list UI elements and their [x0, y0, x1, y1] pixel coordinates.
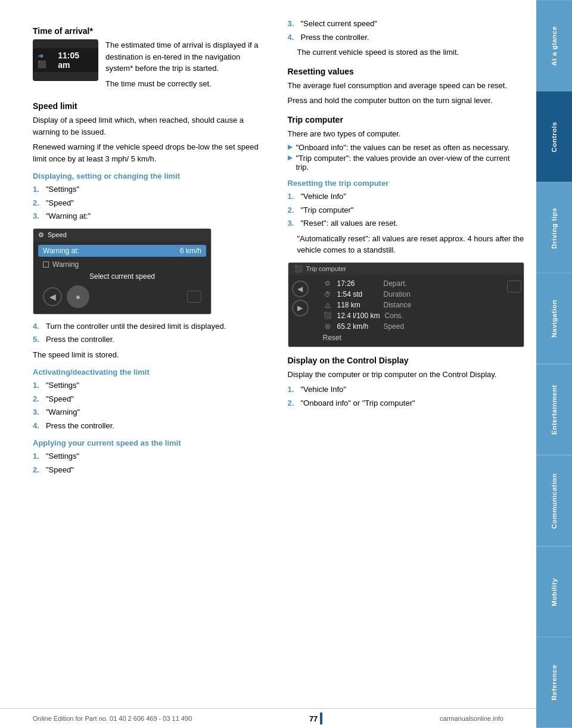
step-num: 1.	[33, 183, 42, 195]
time-arrival-desc2: The time must be correctly set.	[105, 78, 270, 90]
footer-logo: carmanualsonline.info	[440, 715, 503, 722]
trip-body-inner: ◀ ▶ ⊙ 17:26 Depart. ⏱	[288, 278, 524, 344]
trip-header-icon: ⬛	[294, 265, 303, 273]
step-num: 5.	[33, 334, 42, 346]
step-text: Press the controller.	[46, 420, 114, 432]
step-text: "Onboard info" or "Trip computer"	[301, 397, 415, 409]
right-step-3: 3. "Select current speed"	[288, 18, 525, 30]
trip-item-1: "Onboard info": the values can be reset …	[296, 143, 510, 152]
driving-tips-label: Driving tips	[551, 207, 558, 248]
at-a-glance-label: At a glance	[551, 26, 558, 66]
sidebar-tab-controls[interactable]: Controls	[536, 91, 572, 182]
steps-list-4: 1. "Settings" 2. "Speed"	[33, 450, 270, 475]
trip-screenshot: ⬛ Trip computer ◀ ▶ ⊙ 1	[288, 262, 525, 347]
step-num: 4.	[33, 321, 42, 332]
trip-steps: 1. "Vehicle Info" 2. "Trip computer" 3. …	[288, 191, 525, 229]
trip-computer-title: Trip computer	[288, 115, 525, 125]
stored-note: The current vehicle speed is stored as t…	[288, 46, 525, 58]
footer-copyright: Online Edition for Part no. 01 40 2 606 …	[33, 715, 192, 722]
reference-label: Reference	[551, 665, 558, 701]
step-text: "Vehicle Info"	[301, 191, 346, 203]
duration-value: 1:54 std	[337, 290, 379, 298]
screenshot-title: Speed	[48, 231, 67, 238]
display-desc: Display the computer or trip computer on…	[288, 369, 525, 381]
warning-checkbox-row: Warning	[38, 259, 206, 270]
right-steps-continued: 3. "Select current speed" 4. Press the c…	[288, 18, 525, 43]
warning-value: 6 km/h	[180, 247, 201, 255]
step-text: "Select current speed"	[301, 18, 377, 30]
step-num: 3.	[288, 217, 297, 229]
step-text: "Trip computer"	[301, 204, 354, 216]
depart-value: 17:26	[337, 279, 379, 288]
fuel-value: 12.4 l/100 km	[337, 312, 380, 320]
step-num: 3.	[288, 18, 297, 30]
trip-desc: There are two types of computer.	[288, 128, 525, 140]
auto-reset-note: "Automatically reset": all values are re…	[288, 233, 525, 256]
time-arrival-text: The estimated time of arrival is display…	[105, 39, 270, 93]
screenshot-header: ⚙ Speed	[33, 229, 211, 241]
display-step-1: 1. "Vehicle Info"	[288, 384, 525, 396]
right-column: 3. "Select current speed" 4. Press the c…	[288, 18, 525, 479]
trip-row-2: ⏱ 1:54 std Duration	[317, 289, 500, 300]
step-num: 3.	[33, 210, 42, 222]
display-title: Display on the Control Display	[288, 356, 525, 365]
speed-limit-title: Speed limit	[33, 101, 270, 111]
displaying-title: Displaying, setting or changing the limi…	[33, 172, 270, 181]
trip-step-3: 3. "Reset": all values are reset.	[288, 217, 525, 229]
sidebar: At a glance Controls Driving tips Naviga…	[536, 0, 572, 728]
sidebar-tab-communication[interactable]: Communication	[536, 455, 572, 546]
trip-nav-btn: ◀	[292, 281, 309, 297]
time-arrival-block: ➜ ⬛ 11:05 am The estimated time of arriv…	[33, 39, 270, 93]
sidebar-tab-mobility[interactable]: Mobility	[536, 546, 572, 637]
mobility-label: Mobility	[551, 578, 558, 606]
main-content: Time of arrival* ➜ ⬛ 11:05 am The estima…	[0, 0, 536, 728]
trip-step-2: 2. "Trip computer"	[288, 204, 525, 216]
step-num: 4.	[33, 420, 42, 432]
warning-row: Warning at: 6 km/h	[38, 245, 206, 257]
step-num: 1.	[288, 384, 297, 396]
trip-screenshot-header: ⬛ Trip computer	[288, 263, 524, 275]
step-4-2: 2. "Speed"	[33, 464, 270, 476]
speed-value: 65.2 km/h	[337, 322, 379, 331]
step-text: Press the controller.	[46, 334, 114, 346]
steps-list-2: 4. Turn the controller until the desired…	[33, 321, 270, 346]
trip-body: ◀ ▶ ⊙ 17:26 Depart. ⏱	[288, 275, 524, 347]
time-arrival-desc1: The estimated time of arrival is display…	[105, 39, 270, 74]
speed-icon: ◎	[323, 322, 332, 330]
step-text: "Reset": all values are reset.	[301, 217, 398, 229]
settings-icon: ⚙	[38, 231, 44, 239]
sidebar-tab-driving-tips[interactable]: Driving tips	[536, 182, 572, 273]
entertainment-label: Entertainment	[551, 385, 558, 435]
trip-row-1: ⊙ 17:26 Depart.	[317, 278, 500, 289]
trip-bullet-1: ▶ "Onboard info": the values can be rese…	[288, 143, 525, 152]
step-text: "Vehicle Info"	[301, 384, 346, 396]
left-column: Time of arrival* ➜ ⬛ 11:05 am The estima…	[33, 18, 270, 479]
step-num: 3.	[33, 406, 42, 418]
trip-reset-label: Reset	[317, 332, 500, 344]
speed-limit-desc2: Renewed warning if the vehicle speed dro…	[33, 141, 270, 164]
step-text: "Warning"	[46, 406, 80, 418]
distance-value: 118 km	[337, 301, 379, 309]
resetting-trip-title: Resetting the trip computer	[288, 179, 525, 188]
sidebar-tab-at-a-glance[interactable]: At a glance	[536, 0, 572, 91]
fuel-icon: ⬛	[323, 312, 332, 319]
fuel-label: Cons.	[385, 312, 403, 320]
sidebar-tab-entertainment[interactable]: Entertainment	[536, 364, 572, 455]
display-step-2: 2. "Onboard info" or "Trip computer"	[288, 397, 525, 409]
step-1-2: 2. "Speed"	[33, 197, 270, 209]
depart-icon: ⊙	[323, 279, 332, 287]
speed-screenshot: ⚙ Speed Warning at: 6 km/h	[33, 228, 212, 315]
communication-label: Communication	[551, 473, 558, 528]
sidebar-tab-reference[interactable]: Reference	[536, 637, 572, 728]
resetting-title: Resetting values	[288, 67, 525, 76]
sidebar-tab-navigation[interactable]: Navigation	[536, 273, 572, 364]
warning-label: Warning at:	[43, 247, 79, 255]
trip-row-5: ◎ 65.2 km/h Speed	[317, 321, 500, 332]
trip-data-rows: ⊙ 17:26 Depart. ⏱ 1:54 std Duration	[317, 278, 500, 344]
step-3-1: 1. "Settings"	[33, 379, 270, 391]
right-step-4: 4. Press the controller.	[288, 32, 525, 43]
steps-list-1: 1. "Settings" 2. "Speed" 3. "Warning at:…	[33, 183, 270, 222]
trip-corner-icon	[507, 281, 521, 293]
step-num: 1.	[33, 379, 42, 391]
trip-header-title: Trip computer	[306, 265, 346, 272]
